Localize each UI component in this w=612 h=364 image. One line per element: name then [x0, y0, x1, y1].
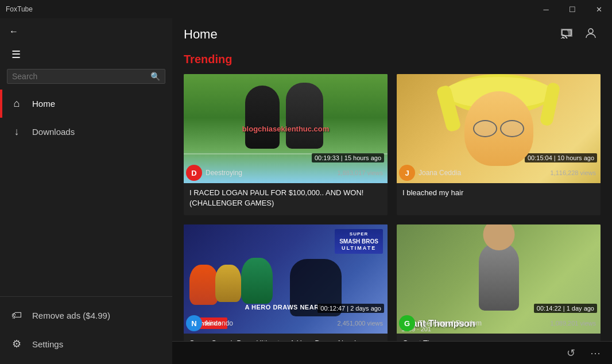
- video-card-4[interactable]: Grant Thompson 1089 · 201 00:14:22 | 1 d…: [397, 224, 601, 341]
- view-count-1: 1,883,017 views: [338, 169, 384, 176]
- video-thumbnail-1: blogchiasekienthuc.com 00:19:33 | 15 hou…: [184, 74, 388, 183]
- window-controls: ─ ☐ ✕: [533, 0, 612, 18]
- account-button[interactable]: [581, 24, 601, 46]
- sidebar-item-label-downloads: Downloads: [32, 127, 75, 137]
- video-grid: blogchiasekienthuc.com 00:19:33 | 15 hou…: [184, 74, 601, 341]
- sidebar-item-home[interactable]: ⌂ Home: [0, 90, 172, 118]
- content-area[interactable]: Trending blogchiasekienthuc.com: [172, 51, 612, 341]
- settings-icon: ⚙: [10, 338, 23, 350]
- sidebar-item-label-settings: Settings: [32, 339, 63, 349]
- channel-name-2: Joana Ceddia: [419, 169, 461, 177]
- search-box[interactable]: 🔍: [7, 69, 165, 84]
- video-meta-2: I bleached my hair: [397, 183, 601, 205]
- time-badge-4: 00:14:22 | 1 day ago: [534, 304, 597, 313]
- hamburger-button[interactable]: ☰: [7, 46, 25, 63]
- search-icon: 🔍: [150, 72, 160, 81]
- search-row: 🔍: [0, 65, 172, 90]
- titlebar: FoxTube ─ ☐ ✕: [0, 0, 612, 18]
- topbar-icons: [557, 24, 601, 46]
- time-badge-3: 00:12:47 | 2 days ago: [317, 304, 384, 313]
- channel-avatar-1: D: [186, 165, 202, 181]
- sidebar-item-label-home: Home: [32, 99, 55, 109]
- cast-icon: [560, 28, 573, 38]
- refresh-button[interactable]: ↺: [562, 344, 580, 362]
- view-count-2: 1,116,228 views: [551, 169, 596, 176]
- channel-row-2: J Joana Ceddia 1,116,228 views: [399, 165, 598, 181]
- channel-name-3: Nintendo: [206, 319, 233, 327]
- channel-name-1: Deestroying: [206, 169, 242, 177]
- download-icon: ↓: [10, 126, 23, 138]
- view-count-4: 1,089,201 views: [551, 320, 596, 327]
- channel-name-4: The King of Random: [419, 319, 482, 327]
- video-thumbnail-3: SUPER SMASH BROS ULTIMATE Nintendo A HER…: [184, 224, 388, 334]
- main-content: Home: [172, 18, 612, 364]
- channel-row-4: G The King of Random 1,089,201 views: [399, 315, 598, 331]
- section-title: Trending: [184, 51, 601, 66]
- app-body: ← ☰ 🔍 ⌂ Home ↓ Downloads 🏷 Remove ad: [0, 18, 612, 364]
- nintendo-overlay: SUPER SMASH BROS ULTIMATE: [335, 229, 383, 254]
- channel-avatar-2: J: [399, 165, 415, 181]
- avatar-placeholder-2: J: [399, 165, 415, 181]
- video-thumbnail-2: 00:15:04 | 10 hours ago J Joana Ceddia 1…: [397, 74, 601, 183]
- avatar-placeholder-3: N: [186, 315, 202, 331]
- video-meta-3: Super Smash Bros. Ultimate - A Hero Draw…: [184, 334, 388, 341]
- avatar-placeholder-1: D: [186, 165, 202, 181]
- sidebar: ← ☰ 🔍 ⌂ Home ↓ Downloads 🏷 Remove ad: [0, 18, 172, 364]
- sidebar-item-remove-ads[interactable]: 🏷 Remove ads ($4.99): [0, 301, 172, 330]
- video-thumbnail-4: Grant Thompson 1089 · 201 00:14:22 | 1 d…: [397, 224, 601, 334]
- svg-point-1: [588, 29, 593, 33]
- video-card-2[interactable]: 00:15:04 | 10 hours ago J Joana Ceddia 1…: [397, 74, 601, 215]
- minimize-button[interactable]: ─: [533, 0, 559, 18]
- channel-row-3: N Nintendo 2,451,000 views: [186, 315, 385, 331]
- video-title-2: I bleached my hair: [402, 188, 595, 198]
- nav-items: ⌂ Home ↓ Downloads: [0, 90, 172, 296]
- time-badge-2: 00:15:04 | 10 hours ago: [525, 153, 597, 162]
- home-icon: ⌂: [10, 98, 23, 110]
- hero-text: A HERO DRAWS NEAR!: [245, 304, 322, 311]
- channel-avatar-4: G: [399, 315, 415, 331]
- time-badge-1: 00:19:33 | 15 hours ago: [312, 153, 384, 162]
- sidebar-item-downloads[interactable]: ↓ Downloads: [0, 118, 172, 146]
- search-input[interactable]: [12, 72, 147, 81]
- video-title-1: I RACED LOGAN PAUL FOR $100,000.. AND WO…: [189, 188, 382, 208]
- close-button[interactable]: ✕: [586, 0, 612, 18]
- video-meta-4: Grant Thompson: [397, 334, 601, 341]
- cast-button[interactable]: [557, 24, 576, 46]
- channel-row-1: D Deestroying 1,883,017 views: [186, 165, 385, 181]
- bottombar: ↺ ⋯: [172, 341, 612, 364]
- back-button[interactable]: ←: [7, 24, 21, 39]
- sidebar-item-label-remove-ads: Remove ads ($4.99): [32, 311, 110, 320]
- video-card-1[interactable]: blogchiasekienthuc.com 00:19:33 | 15 hou…: [184, 74, 388, 215]
- app-title: FoxTube: [6, 5, 33, 13]
- sidebar-item-settings[interactable]: ⚙ Settings: [0, 330, 172, 358]
- channel-avatar-3: N: [186, 315, 202, 331]
- more-button[interactable]: ⋯: [586, 344, 605, 362]
- avatar-placeholder-4: G: [399, 315, 415, 331]
- page-title: Home: [184, 27, 218, 42]
- watermark-1: blogchiasekienthuc.com: [242, 125, 330, 133]
- restore-button[interactable]: ☐: [559, 0, 586, 18]
- account-icon: [584, 27, 597, 40]
- view-count-3: 2,451,000 views: [338, 320, 384, 327]
- topbar: Home: [172, 18, 612, 51]
- sidebar-top: ←: [0, 18, 172, 44]
- video-meta-1: I RACED LOGAN PAUL FOR $100,000.. AND WO…: [184, 183, 388, 215]
- sidebar-bottom: 🏷 Remove ads ($4.99) ⚙ Settings: [0, 296, 172, 358]
- tag-icon: 🏷: [10, 309, 23, 322]
- video-card-3[interactable]: SUPER SMASH BROS ULTIMATE Nintendo A HER…: [184, 224, 388, 341]
